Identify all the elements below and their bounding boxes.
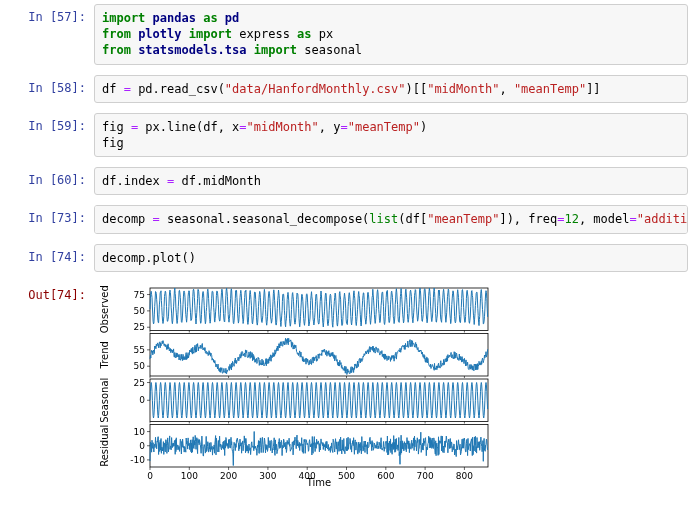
output-cell: Out[74]: 255075Observed5055Trend025Seaso…	[6, 282, 688, 489]
code-token: import	[189, 27, 240, 41]
in-prompt: In [74]:	[6, 244, 94, 264]
code-token: "midMonth"	[427, 82, 499, 96]
decomposition-chart: 255075Observed5055Trend025Seasonal-10010…	[94, 284, 494, 489]
code-token: .	[160, 120, 167, 134]
svg-text:300: 300	[259, 471, 276, 481]
code-token: .	[116, 174, 123, 188]
code-token: =	[239, 120, 246, 134]
code-token: , y	[319, 120, 341, 134]
in-prompt: In [73]:	[6, 205, 94, 225]
notebook: In [57]:import pandas as pd from plotly …	[0, 0, 694, 509]
code-token: ,	[499, 82, 513, 96]
code-cell: In [59]:fig = px.line(df, x="midMonth", …	[6, 113, 688, 157]
code-token: )	[420, 120, 427, 134]
code-input[interactable]: df = pd.read_csv("data/HanfordMonthly.cs…	[94, 75, 688, 103]
code-token: line	[167, 120, 196, 134]
code-cell: In [60]:df.index = df.midMonth	[6, 167, 688, 195]
code-token: pandas	[153, 11, 204, 25]
code-input[interactable]: decomp.plot()	[94, 244, 688, 272]
code-token: df	[102, 82, 124, 96]
code-token: plotly	[138, 27, 189, 41]
code-token: 12	[564, 212, 578, 226]
in-prompt: In [58]:	[6, 75, 94, 95]
code-token: (df[	[398, 212, 427, 226]
code-token: px	[319, 27, 333, 41]
code-token: list	[369, 212, 398, 226]
code-token: px	[145, 120, 159, 134]
svg-text:75: 75	[134, 289, 145, 299]
svg-text:Time: Time	[306, 477, 331, 488]
svg-text:25: 25	[134, 322, 145, 332]
svg-text:Observed: Observed	[99, 285, 110, 333]
code-token: import	[254, 43, 305, 57]
code-token: (df, x	[196, 120, 239, 134]
code-token: .	[225, 212, 232, 226]
code-input[interactable]: df.index = df.midMonth	[94, 167, 688, 195]
svg-text:600: 600	[377, 471, 394, 481]
in-prompt: In [60]:	[6, 167, 94, 187]
svg-text:0: 0	[139, 440, 145, 450]
code-cell: In [74]:decomp.plot()	[6, 244, 688, 272]
code-token: )	[405, 82, 412, 96]
code-token: ]]	[586, 82, 600, 96]
code-token: index	[124, 174, 167, 188]
out-prompt: Out[74]:	[6, 282, 94, 302]
code-token: =	[340, 120, 347, 134]
svg-text:0: 0	[139, 395, 145, 405]
svg-text:0: 0	[147, 471, 153, 481]
code-token: [[	[413, 82, 427, 96]
svg-text:10: 10	[134, 426, 146, 436]
code-token: as	[297, 27, 319, 41]
code-token: from	[102, 27, 138, 41]
code-token: from	[102, 43, 138, 57]
code-token: "midMonth"	[247, 120, 319, 134]
svg-text:Residual: Residual	[99, 424, 110, 466]
code-token: (	[218, 82, 225, 96]
code-token: ()	[182, 251, 196, 265]
code-token: decomp	[102, 251, 145, 265]
code-token: "meanTemp"	[427, 212, 499, 226]
code-cell: In [73]:decomp = seasonal.seasonal_decom…	[6, 205, 688, 233]
code-token: midMonth	[203, 174, 261, 188]
code-token: =	[153, 212, 167, 226]
code-token: statsmodels.tsa	[138, 43, 254, 57]
svg-text:25: 25	[134, 377, 145, 387]
svg-text:-10: -10	[130, 455, 145, 465]
code-token: pd	[225, 11, 239, 25]
code-token: seasonal	[167, 212, 225, 226]
code-token: df	[102, 174, 116, 188]
code-token: fig	[102, 120, 131, 134]
code-token: df	[182, 174, 196, 188]
svg-text:500: 500	[338, 471, 355, 481]
in-prompt: In [59]:	[6, 113, 94, 133]
code-token: express	[239, 27, 297, 41]
code-token: fig	[102, 136, 124, 150]
svg-text:100: 100	[181, 471, 198, 481]
svg-text:Trend: Trend	[99, 341, 110, 369]
code-token: =	[167, 174, 181, 188]
code-input[interactable]: import pandas as pd from plotly import e…	[94, 4, 688, 65]
code-token: =	[629, 212, 636, 226]
svg-text:200: 200	[220, 471, 237, 481]
code-input[interactable]: decomp = seasonal.seasonal_decompose(lis…	[94, 205, 688, 233]
code-token: , model	[579, 212, 630, 226]
code-token: .	[153, 82, 160, 96]
code-cell: In [58]:df = pd.read_csv("data/HanfordMo…	[6, 75, 688, 103]
svg-text:Seasonal: Seasonal	[99, 377, 110, 422]
output-area: 255075Observed5055Trend025Seasonal-10010…	[94, 282, 688, 489]
code-token: seasonal	[304, 43, 362, 57]
code-token: plot	[153, 251, 182, 265]
code-token: "meanTemp"	[348, 120, 420, 134]
code-token: "data/HanfordMonthly.csv"	[225, 82, 406, 96]
svg-text:700: 700	[417, 471, 434, 481]
code-token: as	[203, 11, 225, 25]
code-token: "meanTemp"	[514, 82, 586, 96]
code-cell: In [57]:import pandas as pd from plotly …	[6, 4, 688, 65]
code-token: .	[145, 251, 152, 265]
code-input[interactable]: fig = px.line(df, x="midMonth", y="meanT…	[94, 113, 688, 157]
code-token: pd	[138, 82, 152, 96]
svg-text:55: 55	[134, 345, 145, 355]
decomposition-svg: 255075Observed5055Trend025Seasonal-10010…	[94, 284, 494, 489]
code-token: import	[102, 11, 153, 25]
code-token: seasonal_decompose	[232, 212, 362, 226]
